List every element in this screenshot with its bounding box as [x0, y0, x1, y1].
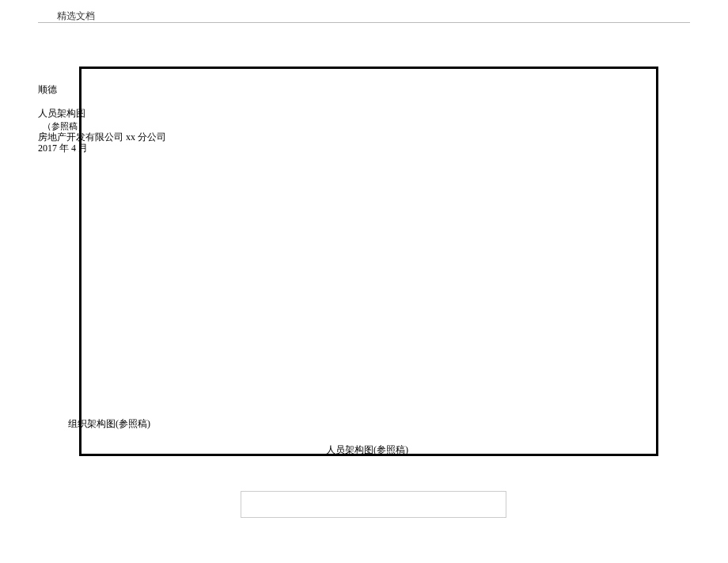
- text-bottom-title: 人员架构图(参照稿): [326, 444, 408, 457]
- text-date: 2017 年 4 月: [38, 143, 88, 155]
- header-divider: [38, 22, 690, 23]
- text-org-chart-label: 组织架构图(参照稿): [68, 418, 150, 431]
- document-main-frame: [79, 67, 658, 456]
- text-personnel-structure-title: 人员架构图: [38, 108, 85, 120]
- page-header-label: 精选文档: [57, 10, 95, 23]
- text-shunde: 顺德: [38, 84, 57, 97]
- bottom-empty-frame: [241, 491, 506, 518]
- text-reference-subtitle: （参照稿）: [43, 120, 86, 131]
